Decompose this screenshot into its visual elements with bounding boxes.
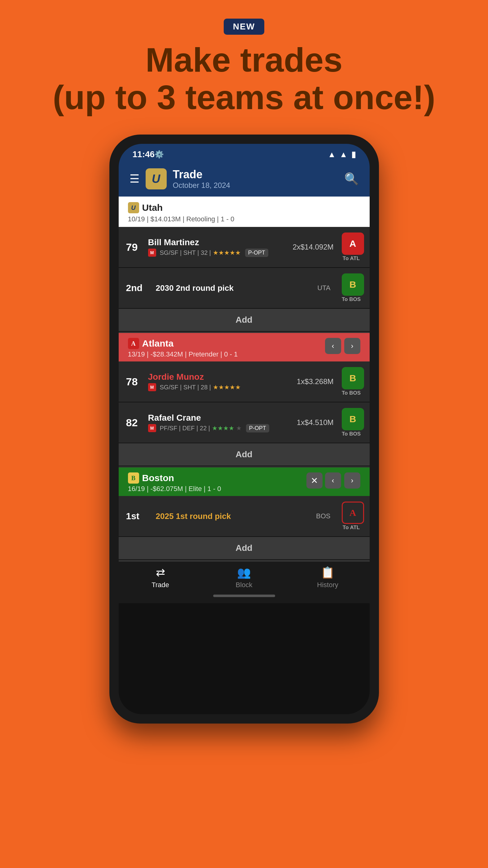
nav-item-history[interactable]: 📋 History: [286, 566, 370, 589]
utah-add-button[interactable]: Add: [119, 309, 370, 332]
header-title-block: Trade October 18, 2024: [173, 168, 338, 190]
wifi-icon: ▲: [328, 150, 336, 159]
atlanta-logo: A: [128, 338, 139, 349]
utah-logo: U: [128, 202, 139, 213]
phone-screen: 11:46 ⚙️ ▲ ▲ ▮ ☰ U Trade October 18, 202…: [119, 144, 370, 714]
hamburger-icon[interactable]: ☰: [130, 173, 139, 185]
dest-rafael: B To BOS: [339, 408, 364, 437]
atlanta-header-content: A Atlanta 13/19 | -$28.342M | Pretender …: [128, 338, 325, 359]
player-number-78: 78: [126, 376, 143, 388]
app-team-logo: U: [145, 168, 167, 189]
nav-item-trade[interactable]: ⇄ Trade: [119, 566, 202, 589]
player-info-rafael: Rafael Crane M PF/SF | DEF | 22 | ★★★★★ …: [148, 413, 292, 432]
header-title: Trade: [173, 168, 338, 181]
dest-badge-bos-jordie: B: [342, 367, 364, 390]
utah-section: U Utah 10/19 | $14.013M | Retooling | 1 …: [119, 196, 370, 333]
atlanta-player-card-1: 82 Rafael Crane M PF/SF | DEF | 22 | ★★★…: [119, 402, 370, 443]
signal-icon: ▲: [339, 150, 348, 159]
contract-bill: 2x$14.092M: [292, 243, 333, 251]
utah-player-card-0: 79 Bill Martinez M SG/SF | SHT | 32 | ★★…: [119, 227, 370, 268]
dest-label-bill: To ATL: [343, 255, 360, 261]
home-bar: [213, 595, 275, 597]
boston-team-header: B Boston 16/19 | -$62.075M | Elite | 1 -…: [119, 467, 370, 496]
player-detail-bill: M SG/SF | SHT | 32 | ★★★★★ P-OPT: [148, 249, 288, 257]
player-info-bill: Bill Martinez M SG/SF | SHT | 32 | ★★★★★…: [148, 238, 288, 257]
boston-nav-arrows: ‹ ›: [325, 472, 360, 489]
search-icon[interactable]: 🔍: [344, 172, 359, 186]
contract-rafael: 1x$4.510M: [297, 418, 334, 427]
dest-badge-atl-bos-pick: A: [342, 502, 364, 524]
screen-content: U Utah 10/19 | $14.013M | Retooling | 1 …: [119, 196, 370, 714]
pick-team-uta: UTA: [317, 284, 330, 292]
boston-section: B Boston 16/19 | -$62.075M | Elite | 1 -…: [119, 467, 370, 561]
player-number-82: 82: [126, 416, 143, 429]
player-info-jordie: Jordie Munoz M SG/SF | SHT | 28 | ★★★★★: [148, 372, 292, 391]
status-icons: ▲ ▲ ▮: [328, 150, 355, 159]
boston-name-row: B Boston: [128, 472, 306, 484]
boston-close-button[interactable]: ✕: [306, 472, 323, 489]
status-bar: 11:46 ⚙️ ▲ ▲ ▮: [119, 144, 370, 163]
history-icon: 📋: [321, 566, 335, 579]
home-indicator: [119, 591, 370, 603]
nav-item-block[interactable]: 👥 Block: [202, 566, 286, 589]
dest-label-bos-pick: To ATL: [343, 525, 360, 531]
atlanta-prev-button[interactable]: ‹: [325, 338, 341, 354]
utah-name: Utah: [142, 203, 163, 213]
history-label: History: [317, 581, 338, 589]
dest-label-rafael: To BOS: [342, 431, 361, 437]
dest-jordie: B To BOS: [339, 367, 364, 396]
utah-name-row: U Utah: [128, 202, 360, 213]
pick-round-2nd: 2nd: [126, 283, 151, 293]
pick-round-1st: 1st: [126, 511, 151, 521]
stars-bill: ★★★★★: [213, 249, 241, 256]
boston-prev-button[interactable]: ‹: [325, 472, 341, 489]
utah-stats: 10/19 | $14.013M | Retooling | 1 - 0: [128, 215, 360, 223]
dest-label-jordie: To BOS: [342, 390, 361, 396]
p-opt-badge-bill: P-OPT: [245, 249, 268, 257]
atlanta-next-button[interactable]: ›: [344, 338, 360, 354]
bottom-nav: ⇄ Trade 👥 Block 📋 History: [119, 561, 370, 591]
dest-pick-uta: B To BOS: [339, 273, 364, 303]
block-icon: 👥: [237, 566, 251, 579]
page-header: NEW Make trades (up to 3 teams at once!): [53, 0, 435, 116]
dest-bill: A To ATL: [339, 232, 364, 261]
boston-next-button[interactable]: ›: [344, 472, 360, 489]
new-badge: NEW: [224, 19, 264, 35]
atlanta-name-row: A Atlanta: [128, 338, 325, 349]
status-settings-icon: ⚙️: [155, 150, 164, 159]
stars-jordie: ★★★★★: [213, 383, 241, 391]
trade-label: Trade: [152, 581, 169, 589]
phone-frame: 11:46 ⚙️ ▲ ▲ ▮ ☰ U Trade October 18, 202…: [109, 134, 379, 723]
atlanta-add-button[interactable]: Add: [119, 443, 370, 466]
boston-name: Boston: [142, 473, 174, 483]
player-detail-rafael: M PF/SF | DEF | 22 | ★★★★★ P-OPT: [148, 424, 292, 432]
player-name-jordie: Jordie Munoz: [148, 372, 292, 382]
dest-badge-bos-pick: B: [342, 273, 364, 296]
contract-jordie: 1x$3.268M: [297, 377, 334, 386]
player-number-79: 79: [126, 241, 143, 253]
boston-logo: B: [128, 472, 139, 484]
boston-add-button[interactable]: Add: [119, 537, 370, 560]
atlanta-name: Atlanta: [142, 338, 174, 349]
pick-info-2025: 2025 1st round pick: [156, 512, 312, 521]
player-detail-jordie: M SG/SF | SHT | 28 | ★★★★★: [148, 383, 292, 391]
headline: Make trades (up to 3 teams at once!): [53, 41, 435, 116]
stars-rafael: ★★★★: [212, 424, 234, 432]
trade-icon: ⇄: [156, 566, 165, 579]
utah-team-header: U Utah 10/19 | $14.013M | Retooling | 1 …: [119, 196, 370, 227]
block-label: Block: [236, 581, 253, 589]
atlanta-section: A Atlanta 13/19 | -$28.342M | Pretender …: [119, 333, 370, 467]
atlanta-player-card-0: 78 Jordie Munoz M SG/SF | SHT | 28 | ★★★…: [119, 362, 370, 402]
boston-stats: 16/19 | -$62.075M | Elite | 1 - 0: [128, 485, 306, 493]
player-name-rafael: Rafael Crane: [148, 413, 292, 423]
battery-icon: ▮: [351, 150, 356, 159]
player-name-bill: Bill Martinez: [148, 238, 288, 247]
app-header: ☰ U Trade October 18, 2024 🔍: [119, 163, 370, 196]
boston-pick-card-0: 1st 2025 1st round pick BOS A To ATL: [119, 496, 370, 537]
boston-header-content: B Boston 16/19 | -$62.075M | Elite | 1 -…: [128, 472, 306, 493]
pick-info-2030: 2030 2nd round pick: [156, 283, 313, 293]
utah-pick-card-0: 2nd 2030 2nd round pick UTA B To BOS: [119, 268, 370, 309]
m-logo-rafael: M: [148, 424, 156, 432]
m-logo: M: [148, 249, 156, 257]
dest-label-pick-bos: To BOS: [342, 297, 361, 303]
